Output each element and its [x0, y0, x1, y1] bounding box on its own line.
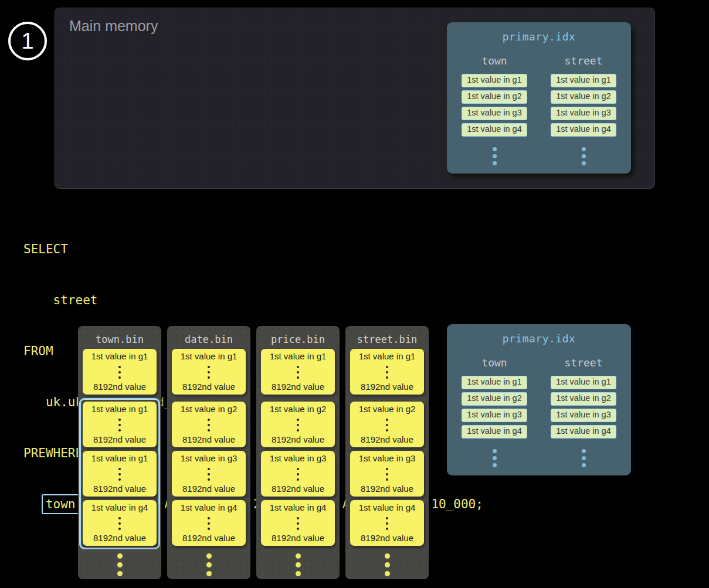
ellipsis-dots-icon: [582, 147, 586, 165]
granule-last-value: 8192nd value: [361, 484, 413, 494]
granule-first-value: 1st value in g3: [270, 453, 327, 463]
granule-last-value: 8192nd value: [93, 382, 146, 392]
granule-block: 1st value in g2 8192nd value: [261, 402, 335, 447]
main-memory-title: Main memory: [69, 18, 158, 35]
granule-ellipsis-icon: [118, 417, 121, 431]
granule-ellipsis-icon: [297, 417, 299, 431]
index-entry: 1st value in g3: [462, 409, 527, 422]
granule-first-value: 1st value in g1: [359, 351, 416, 361]
granule-first-value: 1st value in g4: [359, 502, 416, 512]
index-entry: 1st value in g1: [551, 376, 616, 389]
primary-idx-panel-memory: primary.idx town 1st value in g1 1st val…: [447, 22, 631, 174]
granule-ellipsis-icon: [386, 417, 388, 431]
granule-ellipsis-icon: [118, 516, 121, 530]
granule-ellipsis-icon: [118, 467, 121, 481]
index-entry: 1st value in g1: [462, 74, 527, 87]
index-entry: 1st value in g1: [551, 74, 616, 87]
selected-granules-outline: 1st value in g1 8192nd value 1st value i…: [79, 398, 160, 549]
granule-first-value: 1st value in g1: [270, 351, 327, 361]
granule-last-value: 8192nd value: [361, 533, 413, 543]
granule-ellipsis-icon: [208, 417, 210, 431]
index-column-street: street 1st value in g1 1st value in g2 1…: [551, 55, 616, 165]
granule-last-value: 8192nd value: [272, 434, 324, 444]
sql-line-select: SELECT: [23, 241, 483, 258]
granule-block: 1st value in g1 8192nd value: [350, 349, 424, 395]
index-column-town: town 1st value in g1 1st value in g2 1st…: [462, 55, 527, 165]
granules-group: 1st value in g2 8192nd value 1st value i…: [168, 398, 249, 549]
primary-idx-title: primary.idx: [447, 324, 631, 345]
bin-column-price: price.bin 1st value in g1 8192nd value 1…: [256, 326, 340, 579]
bin-column-town: town.bin 1st value in g1 8192nd value 1s…: [78, 326, 161, 579]
ellipsis-dots-icon: [493, 147, 497, 165]
step-number: 1: [21, 29, 33, 54]
bin-title: date.bin: [167, 334, 250, 346]
granule-last-value: 8192nd value: [93, 484, 146, 494]
granule-block: 1st value in g2 8192nd value: [172, 402, 246, 447]
sql-line-street: street: [23, 292, 483, 309]
ellipsis-dots-icon: [582, 449, 586, 467]
granules-group: 1st value in g2 8192nd value 1st value i…: [257, 398, 338, 549]
granule-block: 1st value in g4 8192nd value: [350, 500, 424, 546]
granule-last-value: 8192nd value: [272, 382, 324, 392]
granule-block: 1st value in g1 8192nd value: [83, 451, 157, 497]
bin-title: street.bin: [345, 334, 429, 346]
index-entry: 1st value in g2: [462, 90, 527, 104]
granule-ellipsis-icon: [297, 365, 299, 379]
index-column-header-town: town: [481, 55, 507, 67]
granule-block: 1st value in g4 8192nd value: [83, 500, 157, 546]
granule-last-value: 8192nd value: [182, 382, 235, 392]
index-column-town: town 1st value in g1 1st value in g2 1st…: [462, 356, 527, 467]
index-column-street: street 1st value in g1 1st value in g2 1…: [551, 356, 616, 467]
index-entry: 1st value in g2: [551, 392, 616, 406]
granule-last-value: 8192nd value: [182, 484, 235, 494]
granule-first-value: 1st value in g1: [91, 453, 148, 463]
bin-ellipsis-dots-icon: [117, 553, 123, 576]
granule-first-value: 1st value in g4: [270, 502, 327, 512]
granule-first-value: 1st value in g4: [181, 502, 238, 512]
bin-granules: 1st value in g1 8192nd value 1st value i…: [167, 349, 250, 576]
bin-column-date: date.bin 1st value in g1 8192nd value 1s…: [167, 326, 250, 579]
index-column-header-street: street: [564, 55, 602, 67]
granule-last-value: 8192nd value: [93, 533, 146, 543]
granule-ellipsis-icon: [386, 365, 388, 379]
granule-block: 1st value in g4 8192nd value: [172, 500, 246, 546]
index-column-header-street: street: [564, 356, 602, 369]
bin-ellipsis-dots-icon: [206, 553, 212, 576]
index-entry: 1st value in g4: [551, 123, 616, 137]
diagram-canvas: 1 Main memory primary.idx town 1st value…: [0, 0, 709, 588]
granule-first-value: 1st value in g3: [181, 453, 238, 463]
granule-first-value: 1st value in g3: [359, 453, 416, 463]
sql-indent: [23, 497, 46, 511]
granule-last-value: 8192nd value: [361, 434, 413, 444]
ellipsis-dots-icon: [493, 449, 497, 467]
granule-ellipsis-icon: [297, 467, 299, 481]
bin-title: town.bin: [78, 334, 161, 346]
primary-idx-columns: town 1st value in g1 1st value in g2 1st…: [447, 55, 631, 165]
index-entry: 1st value in g3: [551, 107, 616, 120]
granules-group: 1st value in g2 8192nd value 1st value i…: [347, 398, 428, 549]
granule-ellipsis-icon: [386, 516, 388, 530]
index-entry: 1st value in g4: [462, 123, 527, 137]
granule-first-value: 1st value in g1: [91, 404, 148, 414]
granule-last-value: 8192nd value: [272, 484, 324, 494]
bin-granules: 1st value in g1 8192nd value 1st value i…: [78, 349, 161, 576]
index-column-header-town: town: [481, 356, 507, 369]
granule-first-value: 1st value in g1: [181, 351, 238, 361]
index-entry: 1st value in g2: [551, 90, 616, 104]
granule-ellipsis-icon: [297, 516, 299, 530]
granule-block: 1st value in g1 8192nd value: [83, 349, 157, 395]
step-number-badge: 1: [8, 22, 47, 60]
bin-ellipsis-dots-icon: [385, 553, 390, 576]
granule-last-value: 8192nd value: [182, 533, 235, 543]
granule-block: 1st value in g1 8192nd value: [83, 402, 157, 447]
granule-last-value: 8192nd value: [182, 434, 235, 444]
granule-ellipsis-icon: [208, 365, 210, 379]
granule-first-value: 1st value in g1: [91, 351, 148, 361]
granule-first-value: 1st value in g2: [270, 404, 327, 414]
granule-block: 1st value in g1 8192nd value: [172, 349, 246, 395]
granule-last-value: 8192nd value: [272, 533, 324, 543]
granule-block: 1st value in g2 8192nd value: [350, 402, 424, 447]
index-entry: 1st value in g4: [551, 425, 616, 439]
granule-block: 1st value in g3 8192nd value: [350, 451, 424, 497]
granule-first-value: 1st value in g4: [91, 502, 148, 512]
